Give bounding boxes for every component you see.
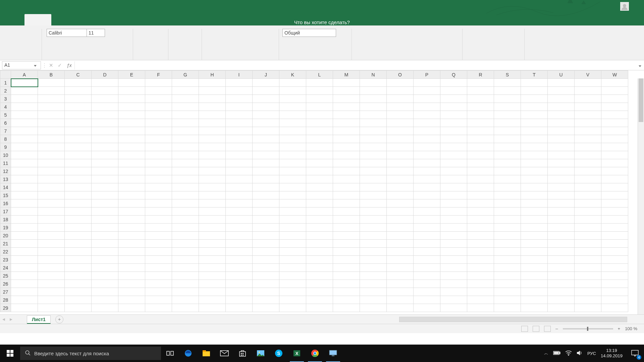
cell[interactable] bbox=[387, 288, 414, 296]
cell[interactable] bbox=[11, 256, 38, 264]
cell[interactable] bbox=[38, 87, 65, 95]
cell[interactable] bbox=[65, 159, 92, 167]
vertical-scroll-thumb[interactable] bbox=[639, 78, 643, 122]
cell[interactable] bbox=[226, 79, 253, 87]
cell[interactable] bbox=[226, 256, 253, 264]
cell[interactable] bbox=[11, 280, 38, 288]
cell[interactable] bbox=[253, 135, 279, 143]
cell[interactable] bbox=[199, 272, 226, 280]
cell[interactable] bbox=[306, 199, 333, 207]
cell[interactable] bbox=[226, 167, 253, 175]
cell[interactable] bbox=[226, 224, 253, 232]
cell[interactable] bbox=[521, 256, 548, 264]
cell[interactable] bbox=[226, 135, 253, 143]
cell[interactable] bbox=[387, 207, 414, 216]
cell[interactable] bbox=[38, 127, 65, 135]
cell[interactable] bbox=[414, 272, 440, 280]
cell[interactable] bbox=[118, 87, 145, 95]
cell[interactable] bbox=[226, 119, 253, 127]
cell[interactable] bbox=[333, 111, 360, 119]
cell[interactable] bbox=[253, 280, 279, 288]
cell[interactable] bbox=[145, 87, 172, 95]
cell[interactable] bbox=[199, 288, 226, 296]
cell[interactable] bbox=[521, 175, 548, 183]
cell[interactable] bbox=[172, 207, 199, 216]
cell[interactable] bbox=[575, 111, 601, 119]
cell[interactable] bbox=[92, 127, 118, 135]
cell[interactable] bbox=[521, 127, 548, 135]
cell[interactable] bbox=[467, 79, 494, 87]
cell[interactable] bbox=[440, 111, 467, 119]
cell[interactable] bbox=[199, 296, 226, 304]
cell[interactable] bbox=[306, 167, 333, 175]
cell[interactable] bbox=[306, 151, 333, 159]
cell[interactable] bbox=[38, 119, 65, 127]
cell[interactable] bbox=[118, 95, 145, 103]
column-header[interactable]: H bbox=[199, 71, 226, 79]
cell[interactable] bbox=[360, 224, 387, 232]
cell[interactable] bbox=[414, 175, 440, 183]
cell[interactable] bbox=[11, 167, 38, 175]
cell[interactable] bbox=[360, 183, 387, 191]
cell[interactable] bbox=[440, 248, 467, 256]
cell[interactable] bbox=[172, 296, 199, 304]
cell[interactable] bbox=[548, 95, 575, 103]
column-header[interactable]: C bbox=[65, 71, 92, 79]
cell[interactable] bbox=[253, 191, 279, 199]
cell[interactable] bbox=[226, 87, 253, 95]
cell[interactable] bbox=[333, 119, 360, 127]
cell[interactable] bbox=[279, 224, 306, 232]
cell[interactable] bbox=[279, 119, 306, 127]
cell[interactable] bbox=[118, 79, 145, 87]
cell[interactable] bbox=[118, 143, 145, 151]
cell[interactable] bbox=[11, 183, 38, 191]
cell[interactable] bbox=[494, 135, 521, 143]
cell[interactable] bbox=[387, 224, 414, 232]
row-header[interactable]: 14 bbox=[0, 183, 11, 191]
cell[interactable] bbox=[38, 256, 65, 264]
column-header[interactable]: Q bbox=[440, 71, 467, 79]
cell[interactable] bbox=[11, 135, 38, 143]
cell[interactable] bbox=[467, 264, 494, 272]
cell[interactable] bbox=[92, 256, 118, 264]
cell[interactable] bbox=[601, 183, 628, 191]
view-page-break-button[interactable] bbox=[544, 326, 551, 332]
cell[interactable] bbox=[575, 135, 601, 143]
cell[interactable] bbox=[199, 151, 226, 159]
cell[interactable] bbox=[333, 127, 360, 135]
cell[interactable] bbox=[387, 127, 414, 135]
cell[interactable] bbox=[226, 199, 253, 207]
row-header[interactable]: 28 bbox=[0, 296, 11, 304]
cell[interactable] bbox=[387, 167, 414, 175]
cell[interactable] bbox=[92, 232, 118, 240]
cell[interactable] bbox=[145, 159, 172, 167]
cell[interactable] bbox=[11, 143, 38, 151]
cell[interactable] bbox=[172, 191, 199, 199]
cell[interactable] bbox=[360, 272, 387, 280]
cell[interactable] bbox=[467, 304, 494, 312]
cell[interactable] bbox=[118, 103, 145, 111]
cell[interactable] bbox=[279, 248, 306, 256]
cell[interactable] bbox=[360, 127, 387, 135]
cell[interactable] bbox=[38, 79, 65, 87]
cell[interactable] bbox=[279, 256, 306, 264]
cell[interactable] bbox=[145, 111, 172, 119]
cell[interactable] bbox=[414, 207, 440, 216]
cell[interactable] bbox=[360, 87, 387, 95]
cell[interactable] bbox=[279, 135, 306, 143]
wifi-icon[interactable] bbox=[565, 350, 572, 357]
cell[interactable] bbox=[306, 79, 333, 87]
account-avatar[interactable] bbox=[620, 2, 629, 11]
cell[interactable] bbox=[145, 304, 172, 312]
cell[interactable] bbox=[601, 296, 628, 304]
cell[interactable] bbox=[333, 248, 360, 256]
cell[interactable] bbox=[414, 143, 440, 151]
cell[interactable] bbox=[548, 207, 575, 216]
cell[interactable] bbox=[253, 304, 279, 312]
cell[interactable] bbox=[145, 167, 172, 175]
cell[interactable] bbox=[521, 167, 548, 175]
cell[interactable] bbox=[11, 127, 38, 135]
cell[interactable] bbox=[521, 216, 548, 224]
cell[interactable] bbox=[92, 296, 118, 304]
row-header[interactable]: 21 bbox=[0, 240, 11, 248]
